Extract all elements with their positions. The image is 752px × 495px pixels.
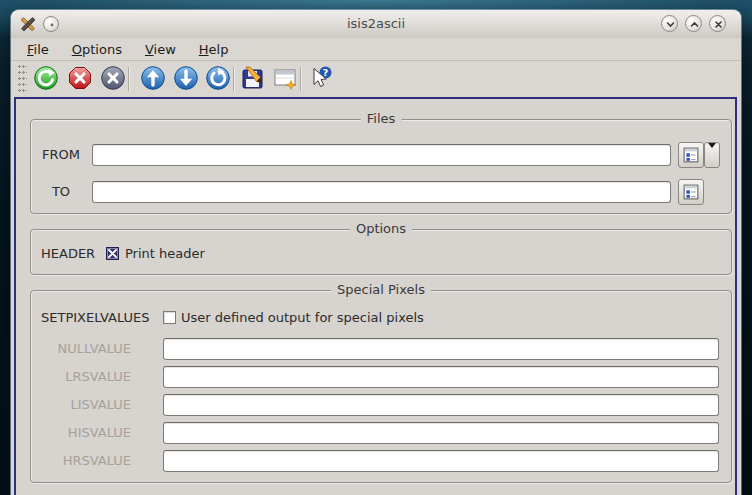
hrsvalue-input[interactable] [163, 450, 719, 472]
reset-button[interactable] [205, 65, 231, 91]
save-log-icon [240, 65, 266, 91]
hrsvalue-label: HRSVALUE [41, 450, 131, 472]
history-up-icon [140, 65, 166, 91]
run-button[interactable] [33, 65, 59, 91]
to-input[interactable] [92, 181, 671, 203]
new-window-button[interactable] [272, 65, 298, 91]
history-down-button[interactable] [173, 65, 199, 91]
menu-view[interactable]: View [139, 40, 182, 59]
menu-options[interactable]: Options [66, 40, 128, 59]
main-frame: Files FROM TO [14, 97, 737, 495]
menubar: File Options View Help [11, 38, 741, 61]
toolbar-separator [128, 67, 129, 91]
from-dropdown-button[interactable] [704, 142, 720, 168]
print-header-checkbox-label[interactable]: Print header [125, 244, 205, 264]
reset-icon [205, 65, 231, 91]
toolbar: ? [11, 61, 741, 97]
nullvalue-input[interactable] [163, 338, 719, 360]
exit-button[interactable] [100, 65, 126, 91]
stop-button[interactable] [67, 65, 93, 91]
hisvalue-input[interactable] [163, 422, 719, 444]
setpixelvalues-checkbox[interactable] [163, 311, 176, 324]
special-pixels-legend: Special Pixels [331, 282, 431, 297]
new-window-icon [272, 65, 298, 91]
chevron-down-icon [708, 143, 716, 163]
special-pixels-groupbox: Special Pixels SETPIXELVALUES User defin… [30, 290, 732, 483]
run-icon [33, 65, 59, 91]
history-down-icon [173, 65, 199, 91]
setpixelvalues-checkbox-label[interactable]: User defined output for special pixels [181, 308, 424, 328]
header-label: HEADER [41, 243, 95, 265]
menu-help[interactable]: Help [193, 40, 235, 59]
toolbar-grip-handle[interactable] [18, 65, 27, 93]
print-header-checkbox[interactable] [106, 247, 119, 260]
from-input[interactable] [92, 144, 671, 166]
lisvalue-input[interactable] [163, 394, 719, 416]
desktop: isis2ascii File Options View Help [0, 0, 752, 495]
toolbar-separator [233, 67, 234, 91]
lrsvalue-label: LRSVALUE [41, 366, 131, 388]
toolbar-separator [300, 67, 301, 91]
files-groupbox: Files FROM TO [30, 119, 732, 214]
history-up-button[interactable] [140, 65, 166, 91]
save-log-button[interactable] [240, 65, 266, 91]
menu-file[interactable]: File [21, 40, 55, 59]
files-legend: Files [361, 111, 402, 126]
file-browser-icon [683, 147, 699, 163]
titlebar[interactable]: isis2ascii [11, 10, 741, 39]
to-browse-button[interactable] [678, 179, 704, 205]
maximize-button[interactable] [685, 15, 702, 32]
window-title: isis2ascii [11, 10, 741, 38]
minimize-button[interactable] [661, 15, 678, 32]
lisvalue-label: LISVALUE [41, 394, 131, 416]
lrsvalue-input[interactable] [163, 366, 719, 388]
stop-icon [67, 65, 93, 91]
whats-this-icon: ? [307, 65, 333, 91]
whats-this-button[interactable]: ? [307, 65, 333, 91]
setpixelvalues-label: SETPIXELVALUES [41, 307, 150, 329]
options-groupbox: Options HEADER Print header [30, 229, 732, 275]
from-browse-button[interactable] [678, 142, 704, 168]
options-legend: Options [350, 221, 412, 236]
from-label: FROM [37, 144, 85, 166]
check-x-icon [107, 248, 118, 259]
close-button[interactable] [709, 15, 726, 32]
exit-icon [100, 65, 126, 91]
hisvalue-label: HISVALUE [41, 422, 131, 444]
to-label: TO [37, 181, 85, 203]
nullvalue-label: NULLVALUE [41, 338, 131, 360]
file-browser-icon [683, 184, 699, 200]
